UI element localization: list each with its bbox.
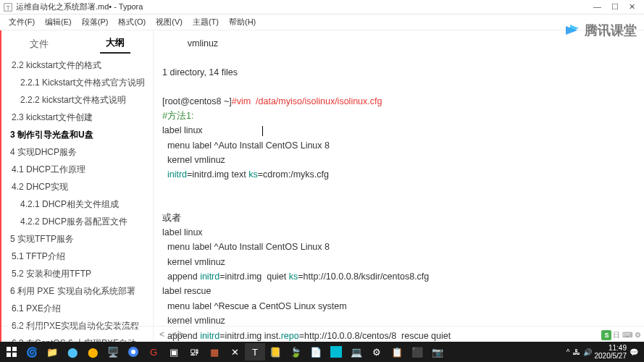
text-cursor <box>262 126 263 136</box>
menu-edit[interactable]: 编辑(E) <box>41 15 76 29</box>
taskbar-app[interactable]: ⬤ <box>83 343 103 361</box>
tray-net-icon[interactable]: 🖧 <box>573 348 580 356</box>
taskbar-app[interactable]: 📒 <box>265 343 285 361</box>
menu-view[interactable]: 视图(V) <box>151 15 187 29</box>
outline-tree[interactable]: 2.2 kickstart文件的格式2.2.1 Kickstart文件格式官方说… <box>1 54 153 342</box>
svg-rect-6 <box>7 353 11 357</box>
taskbar-app[interactable]: ⬛ <box>407 343 427 361</box>
ime-indicator: S日 ⌨ ⚙ <box>601 330 641 340</box>
tencent-classroom-icon <box>563 22 580 39</box>
outline-item[interactable]: 5 实现TFTP服务 <box>1 230 153 248</box>
status-bar: < </> <box>1 326 644 342</box>
taskbar-app[interactable]: 🖥️ <box>103 343 123 361</box>
taskbar-app[interactable]: 📋 <box>387 343 407 361</box>
nav-forward-icon[interactable]: </> <box>172 329 184 340</box>
outline-item[interactable]: 5.1 TFTP介绍 <box>1 248 153 265</box>
taskbar-app[interactable]: 🍃 <box>285 343 306 361</box>
taskbar-app[interactable]: 📁 <box>42 343 62 361</box>
svg-point-9 <box>131 350 135 354</box>
outline-item[interactable]: 6 利用 PXE 实现自动化系统部署 <box>1 282 153 300</box>
taskbar-app[interactable]: T <box>245 343 265 361</box>
outline-item[interactable]: 4.1 DHCP工作原理 <box>1 161 153 178</box>
taskbar-app[interactable]: 📷 <box>427 343 448 361</box>
taskbar-app[interactable]: G <box>143 343 164 361</box>
outline-item[interactable]: 4.2.1 DHCP相关文件组成 <box>1 195 153 213</box>
menu-bar: 文件(F) 编辑(E) 段落(P) 格式(O) 视图(V) 主题(T) 帮助(H… <box>0 14 644 30</box>
taskbar-app[interactable]: 🌀 <box>22 343 42 361</box>
svg-text:T: T <box>6 4 10 11</box>
taskbar-app[interactable]: 🖳 <box>184 343 204 361</box>
svg-rect-10 <box>330 346 342 358</box>
svg-rect-4 <box>7 347 11 351</box>
menu-theme[interactable]: 主题(T) <box>188 15 223 29</box>
menu-help[interactable]: 帮助(H) <box>225 15 260 29</box>
window-title: 运维自动化之系统部署.md• - Typora <box>16 1 143 12</box>
app-icon: T <box>3 2 13 12</box>
taskbar-app[interactable] <box>123 343 143 361</box>
outline-item[interactable]: 6.1 PXE介绍 <box>1 300 153 317</box>
outline-item[interactable]: 4 实现DHCP服务 <box>1 143 153 161</box>
system-tray[interactable]: ^ 🖧 🔊 11:492020/5/27 💬 <box>566 344 643 360</box>
clock[interactable]: 11:492020/5/27 <box>595 344 627 360</box>
taskbar-app[interactable] <box>326 343 346 361</box>
taskbar-app[interactable]: ✕ <box>225 343 245 361</box>
menu-format[interactable]: 格式(O) <box>114 15 150 29</box>
taskbar: 🌀 📁 ⬤ ⬤ 🖥️ G ▣ 🖳 ▦ ✕ T 📒 🍃 📄 💻 ⚙ 📋 ⬛ 📷 ^… <box>0 342 644 362</box>
taskbar-app[interactable]: ⚙ <box>367 343 387 361</box>
close-button[interactable]: ✕ <box>629 2 635 12</box>
notification-icon[interactable]: 💬 <box>630 348 638 356</box>
outline-item[interactable]: 4.2.2 DHCP服务器配置文件 <box>1 213 153 230</box>
tab-outline[interactable]: 大纲 <box>100 32 130 54</box>
minimize-button[interactable]: — <box>593 2 601 12</box>
title-bar: T 运维自动化之系统部署.md• - Typora — ☐ ✕ <box>0 0 644 14</box>
svg-rect-7 <box>12 353 17 357</box>
outline-item[interactable]: 2.2.1 Kickstart文件格式官方说明 <box>1 74 153 91</box>
outline-item[interactable]: 2.2 kickstart文件的格式 <box>1 56 153 74</box>
outline-item[interactable]: 4.2 DHCP实现 <box>1 178 153 195</box>
taskbar-app[interactable]: 💻 <box>346 343 367 361</box>
editor-content[interactable]: vmlinuz 1 directory, 14 files [root@cent… <box>154 30 644 342</box>
svg-rect-5 <box>12 347 17 351</box>
taskbar-app[interactable]: ▣ <box>164 343 184 361</box>
menu-paragraph[interactable]: 段落(P) <box>78 15 113 29</box>
tray-vol-icon[interactable]: 🔊 <box>583 348 592 356</box>
start-button[interactable] <box>1 343 22 361</box>
taskbar-app[interactable]: ▦ <box>204 343 225 361</box>
outline-item[interactable]: 2.2.2 kickstart文件格式说明 <box>1 91 153 109</box>
nav-back-icon[interactable]: < <box>159 329 164 340</box>
watermark: 腾讯课堂 <box>563 22 637 39</box>
outline-item[interactable]: 5.2 安装和使用TFTP <box>1 265 153 282</box>
taskbar-app[interactable]: ⬤ <box>62 343 83 361</box>
tray-up-icon[interactable]: ^ <box>566 348 570 356</box>
outline-item[interactable]: 2.3 kickstart文件创建 <box>1 109 153 126</box>
taskbar-app[interactable]: 📄 <box>306 343 326 361</box>
tab-files[interactable]: 文件 <box>24 33 54 54</box>
sidebar: 文件 大纲 2.2 kickstart文件的格式2.2.1 Kickstart文… <box>1 30 154 342</box>
sogou-icon: S <box>601 330 611 340</box>
menu-file[interactable]: 文件(F) <box>4 15 39 29</box>
maximize-button[interactable]: ☐ <box>611 2 619 12</box>
outline-item[interactable]: 3 制作引导光盘和U盘 <box>1 126 153 143</box>
